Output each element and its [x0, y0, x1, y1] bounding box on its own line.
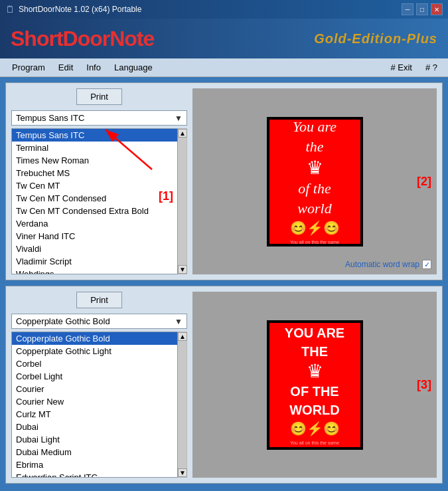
font-list-1-item[interactable]: Viner Hand ITC — [12, 230, 177, 243]
card-text-line2-2: THE — [301, 344, 328, 359]
font-dropdown-1[interactable]: Tempus Sans ITC ▼ — [11, 110, 187, 126]
font-list-2-item[interactable]: Curlz MT — [12, 408, 177, 421]
logo-accent: Door — [63, 27, 110, 50]
card-emojis-2: 😊⚡😊 — [290, 421, 340, 437]
minimize-button[interactable]: ─ — [402, 3, 413, 15]
title-text: ShortDoorNote 1.02 (x64) Portable — [19, 5, 141, 14]
menu-right: # Exit # ? — [385, 60, 443, 75]
panel-2-left: Print Copperplate Gothic Bold ▼ Copperpl… — [11, 292, 187, 478]
preview-1: [2] You are the ♛ of the world 😊⚡😊 You a… — [192, 88, 437, 274]
menu-info[interactable]: Info — [80, 60, 108, 75]
dropdown-arrow-1: ▼ — [175, 114, 183, 123]
menu-edit[interactable]: Edit — [52, 60, 80, 75]
font-dropdown-2-value: Copperplate Gothic Bold — [16, 316, 110, 326]
font-list-2-item[interactable]: Copperplate Gothic Bold — [12, 332, 177, 345]
menu-program[interactable]: Program — [5, 60, 52, 75]
logo-area: ShortDoorNote Gold-Edition-Plus — [0, 19, 448, 58]
preview-2: [3] YOU ARE THE ♛ OF THE WORLD 😊⚡😊 You a… — [192, 292, 437, 478]
scroll-up-2[interactable]: ▲ — [178, 332, 187, 341]
scroll-down-2[interactable]: ▼ — [178, 468, 187, 477]
scroll-up-1[interactable]: ▲ — [178, 129, 187, 138]
card-text-line1-2: YOU ARE — [285, 325, 344, 341]
font-list-1-item[interactable]: Trebuchet MS — [12, 167, 177, 179]
card-footer-2: You all on this the same — [290, 441, 339, 445]
exit-button[interactable]: # Exit — [385, 60, 417, 75]
annotation-2: [2] — [417, 175, 431, 189]
font-dropdown-1-value: Tempus Sans ITC — [16, 113, 84, 123]
card-preview-2: YOU ARE THE ♛ OF THE WORLD 😊⚡😊 You all o… — [267, 320, 363, 450]
font-list-2-item[interactable]: Courier — [12, 383, 177, 395]
font-list-2-item[interactable]: Dubai Medium — [12, 446, 177, 458]
font-list-1-item[interactable]: Vivaldi — [12, 243, 177, 255]
title-bar-left: 🗒 ShortDoorNote 1.02 (x64) Portable — [5, 4, 141, 15]
menu-bar: Program Edit Info Language # Exit # ? — [0, 58, 448, 77]
font-list-1-item[interactable]: Vladimir Script — [12, 255, 177, 268]
font-list-1-item[interactable]: Tempus Sans ITC — [12, 129, 177, 142]
card-text-line3-2: OF THE — [290, 383, 338, 399]
font-list-1-item[interactable]: Tw Cen MT — [12, 179, 177, 192]
logo-prefix: Short — [11, 27, 63, 50]
card-text-line1-1: You are — [293, 118, 336, 136]
font-list-2-item[interactable]: Dubai — [12, 421, 177, 433]
wordwrap-row: Automatic word wrap ✓ — [345, 260, 431, 269]
title-controls: ─ □ ✕ — [402, 3, 443, 15]
scroll-down-1[interactable]: ▼ — [178, 265, 187, 274]
menu-left: Program Edit Info Language — [5, 60, 159, 75]
wordwrap-checkbox[interactable]: ✓ — [422, 260, 431, 269]
card-crown-2: ♛ — [307, 362, 323, 381]
font-list-1-item[interactable]: Terminal — [12, 142, 177, 154]
help-button[interactable]: # ? — [420, 60, 443, 75]
font-list-2[interactable]: Copperplate Gothic BoldCopperplate Gothi… — [11, 332, 178, 478]
app-icon: 🗒 — [5, 4, 15, 15]
font-list-1-item[interactable]: Tw Cen MT Condensed Extra Bold — [12, 205, 177, 217]
menu-language[interactable]: Language — [108, 60, 159, 75]
card-text-line4-1: world — [297, 200, 331, 217]
panel-2: Print Copperplate Gothic Bold ▼ Copperpl… — [5, 286, 443, 484]
panel-1: Print Tempus Sans ITC ▼ Tempus Sans ITCT… — [5, 82, 443, 280]
annotation-1: [1] — [159, 189, 173, 203]
panel-1-left: Print Tempus Sans ITC ▼ Tempus Sans ITCT… — [11, 88, 187, 274]
font-list-2-item[interactable]: Ebrima — [12, 458, 177, 471]
card-crown-1: ♛ — [307, 159, 323, 177]
card-text-line4-2: WORLD — [289, 402, 340, 418]
dropdown-arrow-2: ▼ — [175, 317, 183, 326]
card-footer-1: You all on this the same — [290, 240, 339, 245]
font-list-1-item[interactable]: Webdings — [12, 268, 177, 274]
font-list-2-item[interactable]: Corbel — [12, 357, 177, 370]
print-button-1[interactable]: Print — [76, 88, 122, 105]
font-list-2-item[interactable]: Copperplate Gothic Light — [12, 345, 177, 357]
logo-suffix: Note — [110, 27, 154, 50]
font-list-1[interactable]: Tempus Sans ITCTerminalTimes New RomanTr… — [11, 128, 178, 274]
card-emojis-1: 😊⚡😊 — [290, 220, 340, 236]
tagline: Gold-Edition-Plus — [314, 31, 437, 47]
font-list-2-item[interactable]: Courier New — [12, 395, 177, 408]
font-list-2-item[interactable]: Corbel Light — [12, 370, 177, 383]
maximize-button[interactable]: □ — [416, 3, 428, 15]
font-list-1-item[interactable]: Times New Roman — [12, 154, 177, 167]
main-content: Print Tempus Sans ITC ▼ Tempus Sans ITCT… — [0, 77, 448, 491]
font-list-2-item[interactable]: Dubai Light — [12, 433, 177, 446]
card-text-line2-1: the — [306, 138, 324, 155]
card-text-line3-1: of the — [298, 180, 331, 197]
print-button-2[interactable]: Print — [76, 292, 122, 308]
title-bar: 🗒 ShortDoorNote 1.02 (x64) Portable ─ □ … — [0, 0, 448, 19]
close-button[interactable]: ✕ — [431, 3, 443, 15]
font-dropdown-2[interactable]: Copperplate Gothic Bold ▼ — [11, 314, 187, 329]
font-list-1-item[interactable]: Verdana — [12, 217, 177, 230]
wordwrap-label: Automatic word wrap — [345, 260, 419, 269]
annotation-3: [3] — [417, 378, 431, 392]
font-list-2-item[interactable]: Edwardian Script ITC — [12, 471, 177, 478]
app-logo: ShortDoorNote — [11, 27, 154, 51]
font-list-1-item[interactable]: Tw Cen MT Condensed — [12, 192, 177, 205]
card-preview-1: You are the ♛ of the world 😊⚡😊 You all o… — [267, 117, 363, 246]
